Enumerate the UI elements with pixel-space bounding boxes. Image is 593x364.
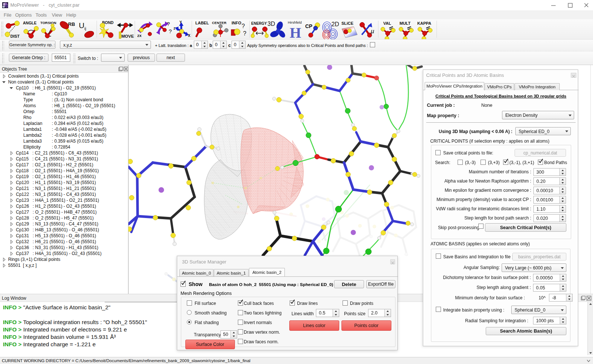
svg-text:KAPPA: KAPPA — [417, 21, 431, 25]
svg-text:2D: 2D — [331, 21, 339, 27]
svg-text:MOVE: MOVE — [121, 34, 134, 38]
svg-text:z: z — [173, 26, 175, 30]
svg-text:RB: RB — [68, 21, 75, 27]
svg-text:DIST: DIST — [10, 34, 20, 38]
svg-text:U: U — [79, 21, 84, 30]
svg-text:TORSION: TORSION — [40, 21, 56, 25]
svg-text:H: H — [290, 24, 301, 39]
svg-text:MULT: MULT — [400, 21, 411, 25]
svg-text:INFO: INFO — [232, 21, 242, 25]
svg-text:?: ? — [169, 28, 172, 34]
svg-text:ANGLE: ANGLE — [23, 21, 37, 25]
svg-text:3D: 3D — [267, 21, 275, 27]
svg-text:?: ? — [242, 23, 245, 29]
svg-text:X: X — [188, 34, 191, 38]
svg-text:SLiCE: SLiCE — [341, 21, 353, 25]
svg-text:zx: zx — [137, 33, 142, 38]
svg-text:ij: ij — [84, 26, 86, 31]
svg-text:CENTER: CENTER — [212, 21, 226, 25]
svg-text:?: ? — [167, 21, 170, 27]
svg-text:CP: CP — [305, 23, 312, 29]
svg-text:VAL: VAL — [383, 21, 391, 25]
svg-text:µ: µ — [370, 28, 374, 35]
svg-text:LABEL: LABEL — [195, 21, 209, 25]
svg-text:ENERGY: ENERGY — [251, 21, 267, 25]
svg-text:?: ? — [243, 30, 246, 37]
svg-text:Hirshfeld: Hirshfeld — [288, 20, 302, 24]
